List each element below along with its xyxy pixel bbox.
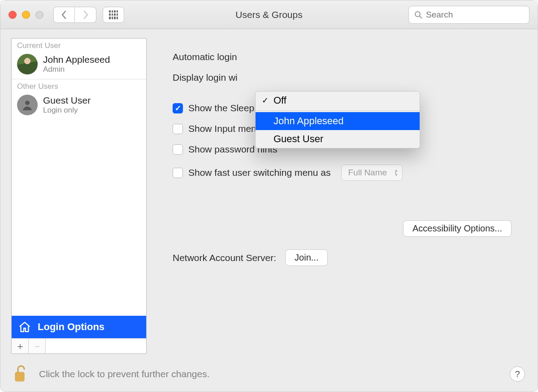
dropdown-item-off[interactable]: Off xyxy=(256,91,420,109)
add-user-button[interactable]: ＋ xyxy=(12,339,29,353)
footer-bar: Click the lock to prevent further change… xyxy=(0,357,538,392)
user-role-label: Login only xyxy=(43,106,91,115)
person-icon xyxy=(21,99,34,111)
search-field[interactable] xyxy=(408,6,529,24)
current-user-heading: Current User xyxy=(12,39,146,52)
remove-user-button[interactable]: － xyxy=(29,339,46,353)
close-window-button[interactable] xyxy=(9,11,17,19)
minimize-window-button[interactable] xyxy=(22,11,30,19)
sidebar-item-guest-user[interactable]: Guest User Login only xyxy=(12,93,146,120)
grid-icon xyxy=(109,10,118,19)
users-sidebar: Current User John Appleseed Admin Other … xyxy=(11,38,147,354)
dropdown-item-guest[interactable]: Guest User xyxy=(256,130,420,148)
traffic-lights xyxy=(9,11,43,19)
other-users-heading: Other Users xyxy=(12,79,146,93)
checkbox[interactable] xyxy=(173,124,183,134)
user-name-label: Guest User xyxy=(43,95,91,106)
svg-line-1 xyxy=(420,16,422,18)
dropdown-item-label: John Appleseed xyxy=(273,115,344,127)
chevron-left-icon xyxy=(61,10,67,19)
svg-rect-6 xyxy=(15,377,24,378)
help-button[interactable]: ? xyxy=(510,366,525,382)
forward-button[interactable] xyxy=(75,7,96,23)
nav-back-forward xyxy=(53,7,96,23)
user-name-label: John Appleseed xyxy=(43,54,110,65)
content-area: Current User John Appleseed Admin Other … xyxy=(0,29,538,357)
dropdown-item-label: Guest User xyxy=(273,133,323,145)
checkbox[interactable] xyxy=(173,168,183,178)
zoom-window-button[interactable] xyxy=(35,11,43,19)
avatar xyxy=(17,95,38,115)
login-options-label: Login Options xyxy=(38,321,104,333)
search-input[interactable] xyxy=(426,10,524,20)
svg-point-2 xyxy=(25,100,30,105)
automatic-login-label: Automatic login xyxy=(173,52,237,62)
automatic-login-row: Automatic login xyxy=(173,52,512,62)
svg-rect-5 xyxy=(15,375,24,376)
back-button[interactable] xyxy=(53,7,75,23)
preferences-window: Users & Groups Current User John Applese… xyxy=(0,0,538,392)
login-options-panel: Automatic login Display login wi Show th… xyxy=(155,38,527,354)
checkbox-row-fastswitch[interactable]: Show fast user switching menu as Full Na… xyxy=(173,165,512,181)
fastswitch-select[interactable]: Full Name ▴▾ xyxy=(341,165,403,181)
lock-hint-label: Click the lock to prevent further change… xyxy=(39,369,210,379)
sidebar-item-current-user[interactable]: John Appleseed Admin xyxy=(12,52,146,79)
accessibility-row: Accessibility Options... xyxy=(173,220,512,237)
sidebar-item-login-options[interactable]: Login Options xyxy=(12,316,146,338)
svg-rect-7 xyxy=(15,379,24,379)
checkbox[interactable] xyxy=(173,144,183,155)
svg-rect-4 xyxy=(15,373,24,374)
show-all-button[interactable] xyxy=(103,7,124,23)
checkbox[interactable] xyxy=(173,103,183,113)
select-value: Full Name xyxy=(348,168,387,178)
accessibility-options-button[interactable]: Accessibility Options... xyxy=(403,220,512,237)
titlebar: Users & Groups xyxy=(0,0,538,29)
network-account-row: Network Account Server: Join... xyxy=(173,249,512,266)
search-icon xyxy=(414,11,422,19)
add-remove-bar: ＋ － xyxy=(12,338,146,353)
join-button[interactable]: Join... xyxy=(285,249,328,266)
user-role-label: Admin xyxy=(43,65,110,74)
dropdown-item-john[interactable]: John Appleseed xyxy=(256,112,420,130)
checkbox-label: Show fast user switching menu as xyxy=(188,167,330,178)
lock-button[interactable] xyxy=(13,363,28,385)
automatic-login-dropdown[interactable]: Off John Appleseed Guest User xyxy=(255,91,420,148)
display-login-label: Display login wi xyxy=(173,72,238,83)
avatar xyxy=(17,54,38,74)
stepper-arrows-icon: ▴▾ xyxy=(395,168,398,177)
display-login-row: Display login wi xyxy=(173,72,512,83)
network-account-label: Network Account Server: xyxy=(173,253,276,263)
dropdown-item-label: Off xyxy=(273,95,286,106)
user-labels: Guest User Login only xyxy=(43,95,91,115)
house-icon xyxy=(18,320,31,334)
user-labels: John Appleseed Admin xyxy=(43,54,110,74)
dropdown-separator xyxy=(256,110,420,111)
unlocked-lock-icon xyxy=(13,363,28,383)
chevron-right-icon xyxy=(82,10,89,19)
